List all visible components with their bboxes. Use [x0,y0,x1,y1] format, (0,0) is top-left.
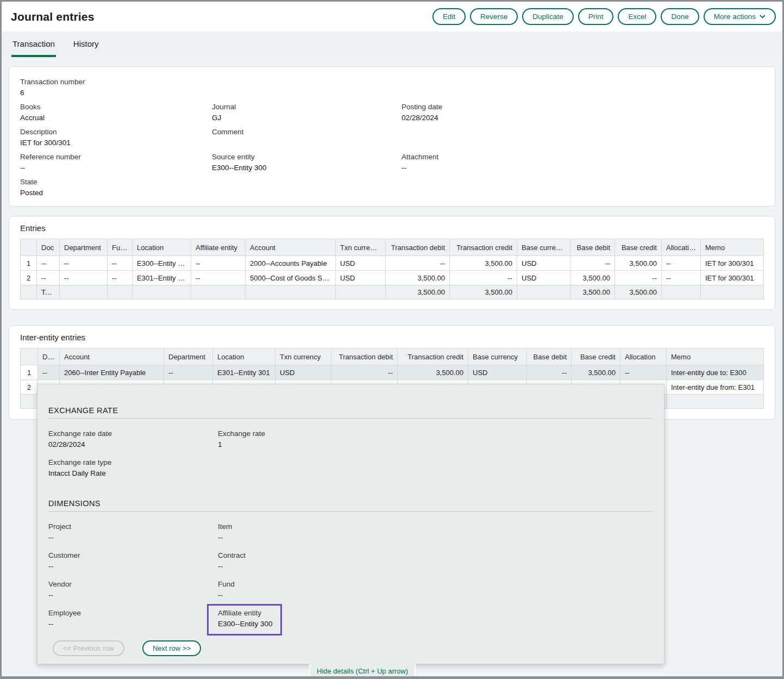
print-button[interactable]: Print [578,8,614,25]
table-cell [667,395,764,409]
field-attachment: Attachment -- [402,153,764,178]
table-cell: -- [615,271,662,285]
table-cell: Total [37,285,60,300]
done-button[interactable]: Done [661,8,699,25]
table-row: 2------E301--Entity 301--5000--Cost of G… [21,271,764,285]
column-header: Base debit [570,239,615,256]
field-transaction-number: Transaction number 6 [20,78,212,103]
field-label: Description [20,128,212,136]
table-cell [133,285,191,300]
field-value: -- [48,620,218,628]
row-number-cell: 1 [21,256,37,271]
table-cell: 5000--Cost of Goods Sold [246,271,336,285]
entries-title: Entries [20,223,764,233]
column-header: Account [246,239,336,256]
field-label: Affiliate entity [218,609,273,618]
field-label: Item [218,522,653,531]
field-exchange-rate-date: Exchange rate date 02/28/2024 [48,429,218,451]
field-affiliate-entity: Affiliate entity E300--Entity 300 [218,609,653,630]
table-cell [108,285,133,300]
excel-button[interactable]: Excel [618,8,656,25]
table-cell [60,285,108,300]
table-cell: 2060--Inter Entity Payable [60,365,164,380]
page-title: Journal entries [11,10,95,23]
table-cell: -- [570,256,615,271]
row-number-cell: 2 [21,380,38,395]
field-exchange-rate: Exchange rate 1 [218,429,653,451]
journal-entries-page: Journal entries Edit Reverse Duplicate P… [0,0,784,679]
field-comment: Comment [212,128,402,153]
field-state: State Posted [20,178,212,203]
more-actions-button[interactable]: More actions [704,8,776,25]
field-label: Comment [212,128,402,136]
entries-card: Entries DocDepartmentFundLocationAffilia… [9,216,775,310]
field-exchange-rate-type: Exchange rate type Intacct Daily Rate [48,458,218,479]
field-journal: Journal GJ [212,103,402,128]
table-cell [336,285,386,300]
table-cell [191,285,246,300]
row-details-panel: EXCHANGE RATE Exchange rate date 02/28/2… [37,384,664,664]
field-label: Exchange rate type [48,458,218,467]
column-header: Allocation [620,348,667,365]
details-footer: << Previous row Next row >> [48,640,653,656]
section-divider [48,511,653,512]
duplicate-button[interactable]: Duplicate [522,8,573,25]
field-value: IET for 300/301 [20,139,212,147]
edit-button[interactable]: Edit [432,8,466,25]
table-cell [246,285,336,300]
field-label: Exchange rate [218,429,653,438]
table-cell: 3,500.00 [386,271,450,285]
row-number-cell: 2 [21,271,37,285]
hide-details-tab[interactable]: Hide details (Ctrl + Up arrow) [309,664,416,678]
field-value [212,139,402,147]
field-posting-date: Posting date 02/28/2024 [402,103,764,128]
field-label: Exchange rate date [48,429,218,438]
next-row-button[interactable]: Next row >> [142,640,201,656]
column-header: Location [213,348,275,365]
table-cell: USD [517,256,570,271]
dimensions-heading: DIMENSIONS [48,499,653,508]
table-cell: E300--Entity 300 [133,256,191,271]
field-value: Accrual [20,114,212,122]
column-header: Doc [37,239,60,256]
column-header: Base credit [615,239,662,256]
column-header: Location [133,239,191,256]
field-label: Source entity [212,153,402,161]
inter-entity-title: Inter-entity entries [20,333,764,342]
affiliate-entity-highlight: Affiliate entity E300--Entity 300 [207,604,282,636]
table-cell: -- [108,256,133,271]
table-cell: 3,500.00 [615,256,662,271]
table-row[interactable]: 1--2060--Inter Entity Payable--E301--Ent… [21,365,764,380]
table-cell: -- [108,271,133,285]
table-cell: 3,500.00 [615,285,662,300]
field-value: -- [48,562,218,571]
exchange-rate-heading: EXCHANGE RATE [48,406,653,415]
tab-history[interactable]: History [72,32,100,57]
table-cell [701,285,764,300]
header-row: DocDepartmentFundLocationAffiliate entit… [21,239,764,256]
table-cell: 3,500.00 [450,256,517,271]
table-row: 1------E300--Entity 300--2000--Accounts … [21,256,764,271]
field-value: -- [20,164,212,172]
entries-table: DocDepartmentFundLocationAffiliate entit… [20,239,764,300]
field-value: -- [48,533,218,542]
column-header: Base currency [517,239,570,256]
table-cell: E301--Entity 301 [213,365,275,380]
field-reference-number: Reference number -- [20,153,212,178]
previous-row-button[interactable]: << Previous row [53,640,124,656]
column-header: Transaction debit [331,348,398,365]
table-cell: USD [336,256,386,271]
field-value: E300--Entity 300 [218,620,273,628]
main-content: Transaction number 6 Books Accrual Journ… [2,57,782,420]
total-row: Total3,500.003,500.003,500.003,500.00 [21,285,764,300]
field-value: 02/28/2024 [48,440,218,449]
tab-transaction[interactable]: Transaction [11,32,56,57]
field-value: -- [218,591,653,600]
table-cell: Inter-entity due from: E301 [667,380,764,395]
table-cell: -- [191,256,246,271]
reverse-button[interactable]: Reverse [470,8,518,25]
field-value: -- [48,591,218,600]
table-cell: -- [620,365,667,380]
field-source-entity: Source entity E300--Entity 300 [212,153,402,178]
field-employee: Employee -- [48,609,218,630]
